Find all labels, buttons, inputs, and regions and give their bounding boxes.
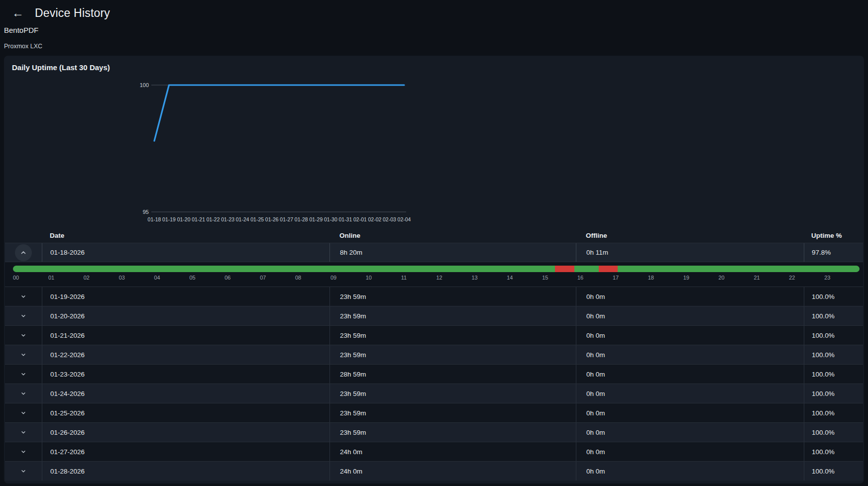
date-cell: 01-19-2026 — [42, 287, 329, 306]
table-row[interactable]: 01-22-2026 23h 59m 0h 0m 100.0% — [5, 345, 863, 364]
x-axis-tick-label: 01-31 — [338, 216, 352, 222]
table-header-row: Date Online Offline Uptime % — [5, 228, 863, 243]
col-expand — [5, 228, 42, 243]
hour-label: 11 — [401, 275, 436, 281]
table-row[interactable]: 01-21-2026 23h 59m 0h 0m 100.0% — [5, 325, 863, 345]
uptime-cell: 100.0% — [804, 442, 863, 461]
table-row[interactable]: 01-19-2026 23h 59m 0h 0m 100.0% — [5, 287, 863, 306]
expand-row-button[interactable] — [17, 407, 29, 419]
online-cell: 23h 59m — [329, 384, 576, 403]
expand-row-button[interactable] — [17, 310, 29, 322]
expand-cell — [5, 306, 42, 325]
online-cell: 8h 20m — [329, 243, 576, 262]
chevron-down-icon — [20, 468, 26, 475]
x-axis-tick-label: 01-25 — [250, 216, 264, 222]
date-cell: 01-22-2026 — [42, 345, 329, 364]
expand-row-button[interactable] — [17, 465, 29, 477]
chevron-down-icon — [20, 409, 26, 416]
offline-cell: 0h 0m — [576, 403, 804, 422]
uptime-line-chart-svg: 9510001-1801-1901-2001-2101-2201-2301-24… — [4, 73, 863, 228]
chevron-up-icon — [20, 249, 27, 256]
x-axis-tick-label: 01-20 — [177, 216, 191, 222]
hour-label: 15 — [542, 275, 577, 281]
online-cell: 23h 59m — [329, 423, 576, 442]
hour-label: 21 — [754, 275, 789, 281]
online-cell: 24h 0m — [329, 462, 576, 481]
table-row[interactable]: 01-24-2026 23h 59m 0h 0m 100.0% — [5, 384, 863, 403]
chevron-down-icon — [20, 429, 26, 436]
x-axis-tick-label: 01-26 — [265, 216, 279, 222]
online-cell: 24h 0m — [329, 442, 576, 461]
chevron-down-icon — [20, 312, 26, 319]
uptime-cell: 100.0% — [804, 384, 863, 403]
offline-cell: 0h 0m — [576, 345, 804, 364]
y-axis-tick-label: 100 — [140, 82, 149, 88]
hour-label: 05 — [189, 275, 224, 281]
online-cell: 23h 59m — [329, 287, 576, 306]
hour-label: 02 — [84, 275, 119, 281]
expand-row-button[interactable] — [17, 329, 29, 341]
expand-row-button[interactable] — [15, 244, 32, 261]
hour-label: 22 — [789, 275, 824, 281]
hour-label: 23 — [824, 275, 860, 281]
hour-label: 20 — [719, 275, 754, 281]
online-cell: 23h 59m — [329, 403, 576, 422]
col-uptime: Uptime % — [804, 228, 863, 243]
date-cell: 01-25-2026 — [42, 403, 329, 422]
date-cell: 01-26-2026 — [42, 423, 329, 442]
expand-cell — [5, 384, 42, 403]
hour-label: 03 — [119, 275, 154, 281]
offline-cell: 0h 0m — [576, 442, 804, 461]
expand-row-button[interactable] — [17, 426, 29, 438]
expand-cell — [5, 326, 42, 345]
expand-cell — [5, 345, 42, 364]
date-cell: 01-20-2026 — [42, 306, 329, 325]
table-row[interactable]: 01-27-2026 24h 0m 0h 0m 100.0% — [5, 442, 863, 461]
expand-cell — [5, 365, 42, 384]
x-axis-tick-label: 01-29 — [309, 216, 323, 222]
table-row[interactable]: 01-28-2026 24h 0m 0h 0m 100.0% — [5, 461, 863, 481]
x-axis-tick-label: 01-21 — [192, 216, 205, 222]
table-row[interactable]: 01-18-2026 8h 20m 0h 11m 97.8% — [5, 243, 863, 262]
offline-cell: 0h 0m — [576, 462, 804, 481]
table-row[interactable]: 01-20-2026 23h 59m 0h 0m 100.0% — [5, 306, 863, 325]
uptime-cell: 100.0% — [804, 423, 863, 442]
chevron-down-icon — [20, 390, 26, 397]
x-axis-tick-label: 01-18 — [148, 216, 161, 222]
expand-row-button[interactable] — [17, 349, 29, 361]
uptime-cell: 97.8% — [804, 243, 863, 262]
hour-label: 14 — [507, 275, 542, 281]
col-offline: Offline — [576, 228, 804, 243]
table-row[interactable]: 01-25-2026 23h 59m 0h 0m 100.0% — [5, 403, 863, 422]
offline-cell: 0h 0m — [576, 423, 804, 442]
date-cell: 01-18-2026 — [42, 243, 329, 262]
chevron-down-icon — [20, 332, 26, 339]
x-axis-tick-label: 02-02 — [368, 216, 382, 222]
x-axis-tick-label: 01-30 — [324, 216, 337, 222]
x-axis-tick-label: 02-03 — [383, 216, 396, 222]
expand-row-button[interactable] — [17, 388, 29, 399]
expand-cell — [5, 243, 42, 262]
uptime-table: Date Online Offline Uptime % 01-18-2026 … — [5, 228, 863, 481]
page-title: Device History — [35, 6, 110, 20]
panel-title: Daily Uptime (Last 30 Days) — [4, 56, 864, 73]
back-arrow-icon[interactable]: ← — [12, 7, 24, 19]
expand-cell — [5, 403, 42, 422]
table-row[interactable]: 01-23-2026 28h 59m 0h 0m 100.0% — [5, 364, 863, 384]
x-axis-tick-label: 01-23 — [221, 216, 234, 222]
online-cell: 28h 59m — [329, 365, 576, 384]
date-cell: 01-24-2026 — [42, 384, 329, 403]
uptime-cell: 100.0% — [804, 462, 863, 481]
expand-row-button[interactable] — [17, 291, 29, 302]
uptime-cell: 100.0% — [804, 326, 863, 345]
hour-label: 12 — [436, 275, 472, 281]
table-row[interactable]: 01-26-2026 23h 59m 0h 0m 100.0% — [5, 422, 863, 442]
uptime-timeline-bar[interactable] — [13, 266, 860, 272]
offline-segment — [555, 266, 574, 272]
x-axis-tick-label: 01-28 — [295, 216, 308, 222]
expand-row-button[interactable] — [17, 368, 29, 380]
expand-cell — [5, 287, 42, 306]
expand-row-button[interactable] — [17, 446, 29, 458]
col-date: Date — [42, 228, 329, 243]
hour-label: 07 — [260, 275, 295, 281]
